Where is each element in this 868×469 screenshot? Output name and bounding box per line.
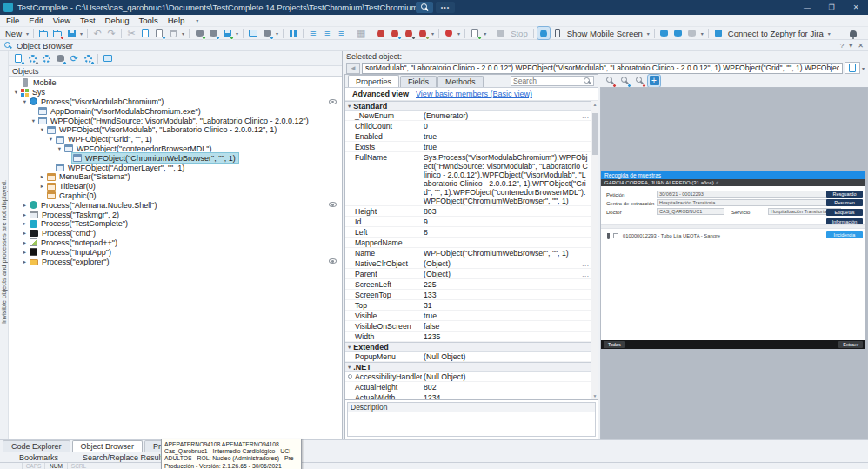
menu-help[interactable]: Help xyxy=(168,16,185,25)
expander-icon[interactable]: ▸ xyxy=(21,202,29,209)
property-row[interactable]: AccessibilityHandler(Null Object) xyxy=(345,372,591,382)
tree-item-label[interactable]: Process("TestComplete") xyxy=(29,219,130,229)
new-button[interactable]: New xyxy=(5,29,22,38)
tree-item-label[interactable]: Process("Taskmgr", 2) xyxy=(29,210,122,219)
tree-item-label[interactable]: Sys xyxy=(20,88,48,97)
expand-value-button[interactable]: … xyxy=(580,111,591,120)
property-row[interactable]: Visibletrue xyxy=(345,311,591,321)
expander-icon[interactable]: ▾ xyxy=(56,145,63,152)
property-row[interactable]: Parent(Object)… xyxy=(345,269,591,279)
debug-mobile-icon[interactable] xyxy=(537,27,550,39)
tree-item-label[interactable]: TitleBar(0) xyxy=(46,182,98,191)
tab-fields[interactable]: Fields xyxy=(400,76,437,87)
title-more-button[interactable]: ••• xyxy=(436,2,455,13)
tree-item[interactable]: ▸TitleBar(0) xyxy=(9,182,342,191)
property-row[interactable]: Id9 xyxy=(345,217,591,227)
tree-item[interactable]: WPFObject("AdornerLayer", "", 1) xyxy=(9,163,342,172)
menu-debug[interactable]: Debug xyxy=(105,16,130,25)
panel-help-icon[interactable]: ? xyxy=(840,42,844,50)
sync-state-icon[interactable] xyxy=(686,27,698,39)
expander-icon[interactable]: ▸ xyxy=(38,183,46,190)
expand-value-button[interactable]: … xyxy=(580,269,591,278)
tree-item[interactable]: ▸Process("Taskmgr", 2) xyxy=(9,210,342,219)
property-row[interactable]: NativeClrObject(Object)… xyxy=(345,258,591,269)
object-settings-icon[interactable] xyxy=(40,52,52,64)
expander-icon[interactable]: ▸ xyxy=(21,211,29,218)
save-all-icon-caret[interactable]: ▾ xyxy=(80,30,83,37)
title-search-button[interactable] xyxy=(416,2,433,13)
copy-icon[interactable] xyxy=(139,27,151,39)
load-state-icon[interactable] xyxy=(672,27,684,39)
close-button[interactable]: ✕ xyxy=(844,0,868,15)
menu-view[interactable]: View xyxy=(53,16,70,25)
update-name-mapping-icon-caret[interactable]: ▾ xyxy=(236,30,238,37)
tree-item-label[interactable]: WPFObject("HwndSource: VisorModulab", "L… xyxy=(37,116,311,125)
tree-item[interactable]: Mobile xyxy=(9,78,342,88)
add-user-object-icon[interactable] xyxy=(26,52,38,64)
tab-methods[interactable]: Methods xyxy=(437,76,484,87)
property-row[interactable]: Left8 xyxy=(345,227,591,238)
properties-scrollbar[interactable]: ▲▼ xyxy=(591,101,598,399)
property-row[interactable]: NameWPFObject("ChromiumWebBrowser", "", … xyxy=(345,248,591,258)
tree-item-label[interactable]: Process("VisorModulabChromium") xyxy=(29,97,166,107)
mapping-checklist-icon[interactable] xyxy=(12,52,24,64)
dock-tab-code-explorer[interactable]: Code Explorer xyxy=(3,440,70,452)
panel-close-icon[interactable]: ✕ xyxy=(858,42,864,50)
property-row[interactable]: ActualWidth1234 xyxy=(345,392,591,399)
tree-item-label[interactable]: WPFObject("VisorModulab", "Laboratorio C… xyxy=(46,125,279,135)
stop-icon[interactable] xyxy=(495,27,507,39)
menu-customize-caret[interactable]: ▾ xyxy=(196,17,198,23)
menu-file[interactable]: File xyxy=(6,16,19,25)
property-row[interactable]: ChildCount0 xyxy=(345,121,591,131)
tree-item-label[interactable]: Mobile xyxy=(20,78,59,88)
expander-icon[interactable]: ▾ xyxy=(30,117,37,124)
step-into-icon[interactable]: ≡ xyxy=(321,27,333,39)
expander-icon[interactable]: ▸ xyxy=(21,220,29,227)
tree-item[interactable]: ▾WPFObject("contenedorBrowserMDL") xyxy=(9,144,342,154)
expander-icon[interactable]: ▾ xyxy=(47,136,55,143)
close-file-icon[interactable] xyxy=(51,27,63,39)
dock-tab-bookmarks[interactable]: Bookmarks xyxy=(7,453,70,462)
copy-dropdown-caret[interactable]: ▾ xyxy=(862,65,865,71)
connect-zephyr-button-caret[interactable]: ▾ xyxy=(828,30,831,37)
tree-item[interactable]: ▸MenuBar("Sistema") xyxy=(9,172,342,182)
tree-item-label[interactable]: WPFObject("Grid", "", 1) xyxy=(55,135,155,144)
property-search-input[interactable] xyxy=(513,77,584,85)
expander-icon[interactable]: ▸ xyxy=(21,249,29,256)
property-search-box[interactable] xyxy=(511,76,594,86)
tree-item[interactable]: ▾WPFObject("HwndSource: VisorModulab", "… xyxy=(9,116,342,125)
property-row[interactable]: ScreenLeft225 xyxy=(345,279,591,290)
property-row[interactable]: PopupMenu(Null Object) xyxy=(345,352,591,362)
connect-zephyr-button[interactable]: Connect to Zephyr for Jira xyxy=(728,29,824,38)
zoom-out-icon[interactable] xyxy=(618,75,631,87)
cut-icon[interactable]: ✂ xyxy=(125,27,137,39)
save-all-icon[interactable] xyxy=(65,27,77,39)
expander-icon[interactable]: ▾ xyxy=(38,126,46,133)
debug-expressions-icon[interactable] xyxy=(403,27,415,39)
tree-item-label[interactable]: WPFObject("AdornerLayer", "", 1) xyxy=(55,163,187,172)
step-over-icon[interactable]: ≡ xyxy=(307,27,319,39)
expander-icon[interactable]: ▾ xyxy=(12,89,20,96)
tree-item-label[interactable]: Process("InputApp") xyxy=(29,247,114,257)
property-row[interactable]: _NewEnum(Enumerator)… xyxy=(345,111,591,121)
selected-object-input[interactable] xyxy=(362,63,843,74)
new-button-caret[interactable]: ▾ xyxy=(26,30,29,37)
property-row[interactable]: Top31 xyxy=(345,300,591,311)
open-file-icon[interactable] xyxy=(37,27,50,39)
add-object-to-mapping-icon[interactable] xyxy=(193,27,205,39)
mobile-screen-icon[interactable] xyxy=(551,27,564,39)
pause-icon[interactable] xyxy=(287,27,299,39)
property-section-header[interactable]: ▾.NET xyxy=(345,362,591,372)
tree-item[interactable]: Graphic(0) xyxy=(9,191,342,201)
tree-item[interactable]: ▸Process("cmd") xyxy=(9,229,342,238)
tree-item[interactable]: ▾WPFObject("VisorModulab", "Laboratorio … xyxy=(9,125,342,135)
tree-item-label[interactable]: Process("cmd") xyxy=(29,229,98,238)
record-test-icon[interactable] xyxy=(443,27,455,39)
delete-icon[interactable] xyxy=(167,27,179,39)
menu-tools[interactable]: Tools xyxy=(139,16,158,25)
tree-item-label[interactable]: MenuBar("Sistema") xyxy=(46,172,132,182)
run-test-icon[interactable] xyxy=(469,27,481,39)
tree-item-label[interactable]: AppDomain("VisorModulabChromium.exe") xyxy=(37,106,204,116)
expand-value-button[interactable]: … xyxy=(580,258,591,268)
step-out-icon[interactable]: ≡ xyxy=(335,27,347,39)
